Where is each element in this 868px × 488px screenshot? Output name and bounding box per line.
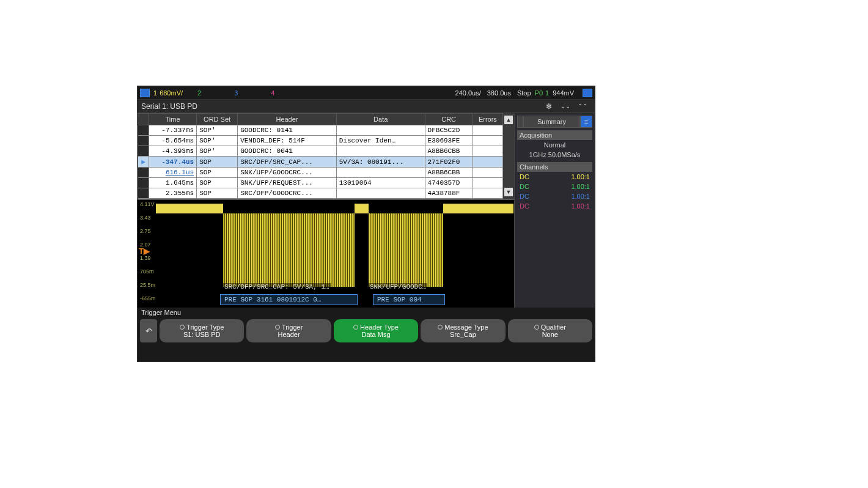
cell-header: GOODCRC: 0041 — [238, 146, 337, 157]
channel-coupling: DC — [520, 183, 532, 190]
tab-summary[interactable]: Summary — [523, 116, 580, 128]
y-tick-label: 705m — [140, 268, 154, 275]
side-tab-icon[interactable]: ≡ — [580, 116, 592, 128]
table-row[interactable]: -7.337msSOP'GOODCRC: 0141DFBC5C2D — [138, 125, 503, 136]
col-ord-set[interactable]: ORD Set — [197, 114, 238, 125]
y-tick-label: 2.75 — [140, 228, 151, 234]
softkey-bot-label: Src_Cap — [450, 331, 476, 338]
settings-icon[interactable] — [583, 89, 592, 97]
cell-header: SRC/DFP/GOODCRC... — [238, 188, 337, 199]
row-marker: ▶ — [138, 157, 149, 168]
table-header-row: TimeORD SetHeaderDataCRCErrors — [138, 114, 503, 125]
trigger-marker: T▶ — [139, 246, 150, 256]
oscilloscope-window: 1 680mV/ 2 3 4 240.0us/ 380.0us Stop P0 … — [137, 86, 595, 362]
table-row[interactable]: 2.355msSOPSRC/DFP/GOODCRC...4A38788F — [138, 188, 503, 199]
cell-data — [336, 188, 425, 199]
table-row[interactable]: -5.654msSOP'VENDOR_DEF: 514FDiscover Ide… — [138, 136, 503, 146]
row-marker — [138, 125, 149, 136]
channel-row[interactable]: DC1.00:1 — [517, 201, 592, 211]
softkey-trigger-type[interactable]: Trigger TypeS1: USB PD — [160, 319, 244, 342]
table-row[interactable]: -4.393msSOP'GOODCRC: 0041A8BB6CBB — [138, 146, 503, 157]
cell-ord: SOP — [197, 168, 238, 178]
ch4-indicator[interactable]: 4 — [271, 89, 274, 97]
packet-label-1: SRC/DFP/SRC_CAP: 5V/3A, 1… — [223, 283, 331, 290]
cell-crc: DFBC5C2D — [425, 125, 473, 136]
y-tick-label: -655m — [140, 295, 156, 301]
cell-data: 5V/3A: 080191... — [336, 157, 425, 168]
decode-table: TimeORD SetHeaderDataCRCErrors -7.337msS… — [138, 113, 503, 199]
table-row[interactable]: ▶-347.4usSOPSRC/DFP/SRC_CAP...5V/3A: 080… — [138, 157, 503, 168]
menu-icon[interactable] — [140, 89, 150, 97]
cell-ord: SOP — [197, 178, 238, 188]
channel-coupling: DC — [520, 173, 532, 180]
scroll-down-icon[interactable]: ▼ — [504, 188, 513, 196]
cell-ord: SOP — [197, 188, 238, 199]
softkey-top-label: Header Type — [360, 323, 399, 331]
cell-errors — [473, 157, 502, 168]
channel-row[interactable]: DC1.00:1 — [517, 191, 592, 201]
ch2-indicator[interactable]: 2 — [197, 89, 201, 97]
back-button[interactable]: ↶ — [140, 319, 157, 342]
table-row[interactable]: 1.645msSOPSNK/UFP/REQUEST...130190644740… — [138, 178, 503, 188]
time-per-div[interactable]: 240.0us/ — [455, 89, 481, 97]
col-crc[interactable]: CRC — [425, 114, 473, 125]
col-header[interactable]: Header — [238, 114, 337, 125]
scrollbar[interactable]: ▲ ▼ — [503, 113, 514, 199]
main-area: TimeORD SetHeaderDataCRCErrors -7.337msS… — [138, 113, 595, 308]
col-errors[interactable]: Errors — [473, 114, 502, 125]
cell-ord: SOP' — [197, 136, 238, 146]
softkey-header-type[interactable]: Header TypeData Msg — [334, 319, 418, 342]
cell-time: 2.355ms — [149, 188, 197, 199]
cell-errors — [473, 136, 502, 146]
cell-errors — [473, 168, 502, 178]
chevron-down-icon[interactable]: ⌄⌄ — [561, 103, 570, 109]
ch1-indicator[interactable]: 1 — [153, 89, 157, 97]
cell-header: SRC/DFP/SRC_CAP... — [238, 157, 337, 168]
col-data[interactable]: Data — [336, 114, 425, 125]
knob-icon — [180, 325, 185, 330]
knob-icon — [275, 325, 280, 330]
cell-time: -7.337ms — [149, 125, 197, 136]
run-state[interactable]: Stop — [517, 89, 531, 97]
chevron-up-icon[interactable]: ⌃⌃ — [578, 103, 587, 109]
softkey-row: ↶ Trigger TypeS1: USB PDTriggerHeaderHea… — [138, 317, 595, 344]
gear-icon[interactable]: ✻ — [546, 102, 552, 111]
softkey-top-label: Trigger — [282, 323, 303, 331]
channel-row[interactable]: DC1.00:1 — [517, 172, 592, 182]
ch1-scale[interactable]: 680mV/ — [160, 89, 183, 97]
softkey-message-type[interactable]: Message TypeSrc_Cap — [421, 319, 505, 342]
softkey-bot-label: Header — [278, 331, 300, 338]
cell-errors — [473, 178, 502, 188]
decode-bubble-1[interactable]: PRE SOP 3161 0801912C 0… — [220, 294, 358, 305]
cell-errors — [473, 146, 502, 157]
col-time[interactable]: Time — [149, 114, 197, 125]
serial-header-row: Serial 1: USB PD ✻ ⌄⌄ ⌃⌃ — [138, 100, 595, 113]
softkey-bot-label: S1: USB PD — [183, 331, 221, 338]
delay-value[interactable]: 380.0us — [487, 89, 511, 97]
channel-ratio: 1.00:1 — [571, 183, 590, 190]
waveform-packet-1 — [223, 213, 355, 287]
cell-data — [336, 168, 425, 178]
softkey-bot-label: None — [542, 331, 558, 338]
cell-data — [336, 125, 425, 136]
table-row[interactable]: 616.1usSOPSNK/UFP/GOODCRC...A8BB6CBB — [138, 168, 503, 178]
channel-row[interactable]: DC1.00:1 — [517, 182, 592, 191]
cell-crc: 271F02F0 — [425, 157, 473, 168]
side-panel: Summary ≡ Acquisition Normal 1GHz 50.0MS… — [514, 113, 595, 308]
softkey-bot-label: Data Msg — [361, 331, 390, 338]
softkey-qualifier[interactable]: QualifierNone — [508, 319, 592, 342]
cell-crc: 4A38788F — [425, 188, 473, 199]
acquisition-header[interactable]: Acquisition — [517, 130, 592, 140]
row-marker — [138, 136, 149, 146]
cell-time: -347.4us — [149, 157, 197, 168]
scroll-up-icon[interactable]: ▲ — [504, 116, 513, 124]
side-tab-handle[interactable] — [517, 116, 523, 128]
cell-crc: A8BB6CBB — [425, 168, 473, 178]
y-tick-label: 25.5m — [140, 282, 155, 288]
waveform-area[interactable]: 4.11V3.432.752.071.39705m25.5m-655m T▶ S… — [138, 199, 514, 308]
cell-time: 616.1us — [149, 168, 197, 178]
decode-bubble-2[interactable]: PRE SOP 004 — [373, 294, 445, 305]
softkey-trigger[interactable]: TriggerHeader — [246, 319, 331, 342]
ch3-indicator[interactable]: 3 — [234, 89, 238, 97]
channels-header[interactable]: Channels — [517, 162, 592, 172]
